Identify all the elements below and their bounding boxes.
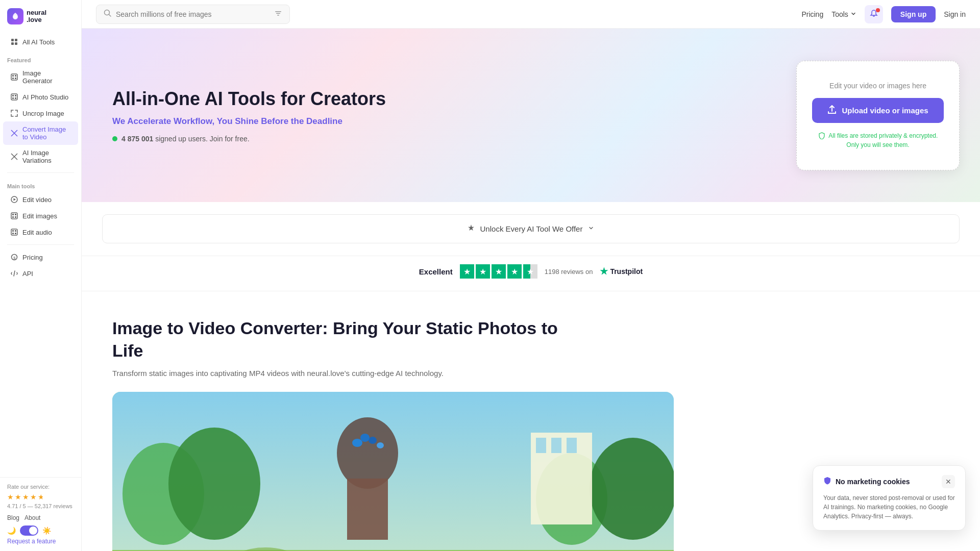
notification-button[interactable] bbox=[865, 5, 883, 23]
uncrop-icon bbox=[10, 109, 18, 117]
sun-icon: ☀️ bbox=[42, 527, 51, 535]
image-gen-icon bbox=[10, 73, 18, 81]
grid-icon bbox=[10, 38, 18, 46]
logo-icon bbox=[7, 8, 23, 24]
svg-rect-7 bbox=[15, 75, 16, 77]
theme-toggle[interactable]: 🌙 ☀️ bbox=[7, 525, 74, 536]
upload-icon bbox=[827, 105, 837, 116]
svg-rect-14 bbox=[15, 97, 16, 99]
svg-line-33 bbox=[14, 271, 15, 276]
svg-point-43 bbox=[590, 438, 674, 540]
edit-images-icon bbox=[10, 212, 18, 220]
toggle-switch[interactable] bbox=[20, 525, 38, 536]
star-1: ★ bbox=[7, 493, 14, 501]
image-generator-label: Image Generator bbox=[22, 69, 71, 85]
svg-rect-23 bbox=[15, 214, 16, 215]
cookie-banner: No marketing cookies ✕ Your data, never … bbox=[813, 465, 966, 531]
cookie-close-button[interactable]: ✕ bbox=[942, 475, 955, 488]
svg-rect-29 bbox=[12, 233, 14, 234]
sidebar-links: Blog About bbox=[7, 514, 74, 521]
unlock-chevron-icon bbox=[587, 224, 595, 233]
svg-rect-4 bbox=[15, 42, 17, 45]
header: Pricing Tools Sign up Si bbox=[82, 0, 980, 29]
trustpilot-section: Excellent ★ ★ ★ ★ ★ 1198 reviews on ★ Tr… bbox=[82, 256, 980, 291]
sidebar-item-uncrop-image[interactable]: Uncrop Image bbox=[3, 105, 78, 121]
hero-title: All-in-One AI Tools for Creators bbox=[112, 88, 398, 110]
sidebar-divider-1 bbox=[7, 172, 74, 173]
svg-point-41 bbox=[168, 428, 260, 540]
upload-security: All files are stored privately & encrypt… bbox=[818, 131, 938, 149]
search-input[interactable] bbox=[116, 10, 270, 18]
svg-rect-3 bbox=[11, 42, 14, 45]
pricing-nav-link[interactable]: Pricing bbox=[801, 10, 823, 18]
sidebar-item-image-generator[interactable]: Image Generator bbox=[3, 65, 78, 89]
svg-rect-21 bbox=[11, 213, 17, 219]
user-count: 4 875 001 signed up users. Join for free… bbox=[121, 135, 250, 143]
upload-card: Edit your video or images here Upload vi… bbox=[796, 61, 960, 170]
logo[interactable]: neural .love bbox=[0, 0, 81, 33]
sidebar-item-ai-photo-studio[interactable]: AI Photo Studio bbox=[3, 89, 78, 105]
rating-text: 4.71 / 5 — 52,317 reviews bbox=[7, 503, 74, 509]
uncrop-image-label: Uncrop Image bbox=[22, 110, 64, 117]
api-icon bbox=[10, 269, 18, 278]
article-title: Image to Video Converter: Bring Your Sta… bbox=[112, 317, 572, 362]
tools-dropdown[interactable]: Tools bbox=[831, 10, 856, 18]
edit-audio-icon bbox=[10, 228, 18, 236]
svg-rect-1 bbox=[11, 39, 14, 41]
article-image bbox=[112, 392, 674, 551]
svg-rect-47 bbox=[567, 438, 577, 453]
sidebar-item-api[interactable]: API bbox=[3, 265, 78, 282]
sidebar-bottom: Rate our service: ★ ★ ★ ★ ★ 4.71 / 5 — 5… bbox=[0, 477, 81, 551]
star-3: ★ bbox=[22, 493, 29, 501]
upload-card-label: Edit your video or images here bbox=[829, 82, 926, 90]
trustpilot-excellent: Excellent bbox=[419, 267, 453, 276]
sidebar-item-edit-images[interactable]: Edit images bbox=[3, 208, 78, 224]
pricing-icon: $ bbox=[10, 253, 18, 261]
article-image-bg bbox=[112, 392, 674, 551]
sidebar-item-all-tools[interactable]: All AI Tools bbox=[3, 33, 78, 51]
cookie-header: No marketing cookies ✕ bbox=[823, 475, 955, 488]
svg-point-51 bbox=[369, 437, 377, 444]
search-filter-icon[interactable] bbox=[274, 9, 282, 19]
about-link[interactable]: About bbox=[24, 514, 40, 521]
toggle-knob bbox=[29, 527, 37, 535]
svg-text:$: $ bbox=[13, 256, 16, 260]
search-bar bbox=[96, 5, 290, 24]
tools-label: Tools bbox=[831, 10, 848, 18]
cookie-title: No marketing cookies bbox=[836, 478, 938, 486]
sidebar-item-edit-video[interactable]: Edit video bbox=[3, 191, 78, 208]
sidebar-item-pricing[interactable]: $ Pricing bbox=[3, 249, 78, 265]
edit-images-label: Edit images bbox=[22, 212, 57, 220]
unlock-button[interactable]: Unlock Every AI Tool We Offer bbox=[102, 214, 960, 243]
variations-icon bbox=[10, 153, 18, 161]
svg-rect-10 bbox=[11, 94, 17, 100]
edit-video-icon bbox=[10, 195, 18, 204]
edit-audio-label: Edit audio bbox=[22, 229, 52, 236]
blog-link[interactable]: Blog bbox=[7, 514, 19, 521]
featured-section-label: Featured bbox=[0, 51, 81, 65]
hero-subtitle: We Accelerate Workflow, You Shine Before… bbox=[112, 116, 398, 127]
all-tools-label: All AI Tools bbox=[22, 38, 55, 46]
svg-line-35 bbox=[109, 15, 111, 17]
svg-point-0 bbox=[14, 15, 17, 18]
upload-button[interactable]: Upload video or images bbox=[812, 98, 944, 123]
api-label: API bbox=[22, 270, 33, 278]
sidebar-item-convert-image-to-video[interactable]: Convert Image to Video bbox=[3, 121, 78, 145]
sidebar-item-edit-audio[interactable]: Edit audio bbox=[3, 224, 78, 240]
search-icon bbox=[104, 9, 112, 19]
request-feature-link[interactable]: Request a feature bbox=[7, 538, 74, 545]
unlock-label: Unlock Every AI Tool We Offer bbox=[480, 224, 583, 233]
signin-link[interactable]: Sign in bbox=[944, 10, 966, 18]
signup-button[interactable]: Sign up bbox=[891, 6, 936, 22]
svg-rect-28 bbox=[15, 230, 16, 232]
ai-image-variations-label: AI Image Variations bbox=[22, 149, 71, 164]
svg-rect-25 bbox=[15, 216, 16, 218]
svg-rect-24 bbox=[12, 216, 14, 218]
pricing-label: Pricing bbox=[22, 254, 43, 261]
tools-chevron-icon bbox=[850, 10, 856, 18]
star-4: ★ bbox=[30, 493, 37, 501]
svg-rect-11 bbox=[12, 95, 14, 96]
sidebar-item-ai-image-variations[interactable]: AI Image Variations bbox=[3, 145, 78, 168]
svg-rect-30 bbox=[15, 233, 16, 234]
svg-point-52 bbox=[360, 434, 370, 442]
